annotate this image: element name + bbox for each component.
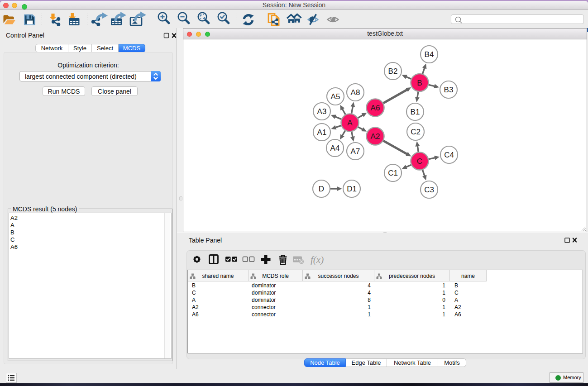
svg-text:f(x): f(x)	[311, 254, 324, 265]
svg-text:C1: C1	[388, 169, 398, 177]
svg-text:B2: B2	[388, 67, 398, 76]
svg-text:A5: A5	[331, 92, 340, 101]
svg-text:A8: A8	[351, 88, 360, 97]
svg-text:B1: B1	[411, 108, 420, 116]
svg-text:A7: A7	[351, 147, 360, 156]
svg-text:B3: B3	[444, 86, 454, 94]
svg-text:B: B	[417, 79, 422, 87]
svg-text:A4: A4	[330, 144, 340, 152]
svg-text:A1: A1	[317, 128, 327, 137]
svg-text:D1: D1	[347, 185, 357, 193]
svg-text:C3: C3	[424, 186, 434, 194]
svg-text:D: D	[319, 185, 324, 193]
svg-text:C2: C2	[411, 128, 421, 136]
svg-text:A3: A3	[317, 107, 327, 116]
svg-text:C: C	[417, 157, 422, 166]
svg-text:A6: A6	[371, 104, 380, 112]
svg-text:A: A	[347, 119, 353, 127]
svg-text:B4: B4	[425, 50, 434, 59]
svg-text:A2: A2	[371, 132, 380, 141]
svg-text:C4: C4	[444, 151, 454, 159]
